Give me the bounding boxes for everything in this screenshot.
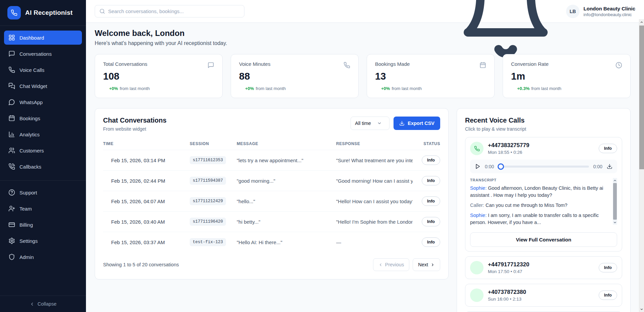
column-header-message: MESSAGE: [237, 141, 333, 146]
audio-seek-slider[interactable]: [498, 166, 589, 168]
stat-label: Voice Minutes: [239, 61, 350, 67]
sidebar-item-dashboard[interactable]: Dashboard: [4, 31, 82, 45]
trending-up-icon: [239, 86, 244, 91]
call-meta: Sun 16:00 • 2:13: [488, 297, 526, 302]
help-circle-icon: [8, 189, 15, 196]
call-info-button[interactable]: Info: [599, 144, 617, 153]
row-session-badge: s17711594387: [190, 177, 226, 185]
sidebar-item-settings[interactable]: Settings: [4, 234, 82, 248]
row-message: "lets try a new appointment...": [237, 158, 333, 163]
transcript-scroll-thumb[interactable]: [613, 183, 617, 220]
sidebar-item-bookings[interactable]: Bookings: [4, 111, 82, 125]
scroll-down-icon[interactable]: [613, 220, 617, 225]
page-scroll-thumb[interactable]: [639, 26, 644, 169]
sidebar-item-team[interactable]: Team: [4, 202, 82, 216]
voice-call-card[interactable]: +447917712320 Mon 17:50 • 0:47 Info: [465, 256, 622, 279]
sidebar-item-label: Billing: [19, 222, 33, 228]
avatar[interactable]: LB: [566, 5, 580, 18]
phone-icon: [474, 293, 480, 298]
column-header-response: RESPONSE: [336, 141, 413, 146]
call-info-button[interactable]: Info: [599, 291, 617, 300]
column-header-time: TIME: [103, 141, 187, 146]
sidebar-item-label: Conversations: [19, 51, 52, 57]
phone-icon: [11, 9, 17, 16]
row-info-button[interactable]: Info: [422, 196, 440, 206]
trending-up-icon: [511, 86, 516, 91]
view-full-conversation-button[interactable]: View Full Conversation: [470, 232, 617, 247]
next-page-button[interactable]: Next: [413, 258, 440, 271]
chevron-down-icon[interactable]: [103, 219, 108, 224]
call-number: +447383275779: [488, 142, 529, 149]
phone-icon: [474, 265, 480, 271]
sidebar-item-callbacks[interactable]: Callbacks: [4, 160, 82, 174]
chevron-down-icon[interactable]: [103, 158, 108, 163]
chevron-down-icon[interactable]: [103, 178, 108, 183]
phone-icon: [474, 146, 480, 151]
sidebar-item-support[interactable]: Support: [4, 185, 82, 199]
sidebar-item-billing[interactable]: Billing: [4, 218, 82, 232]
row-info-button[interactable]: Info: [422, 176, 440, 185]
message-square-icon: [208, 62, 214, 69]
transcript-scrollbar[interactable]: [613, 178, 617, 225]
calendar-icon: [479, 62, 486, 69]
stat-trend: +0% from last month: [103, 86, 214, 91]
table-row[interactable]: Feb 15, 2026, 03:37 AM test-fix-123 "Hel…: [103, 232, 440, 252]
row-message: "good morning...": [237, 178, 333, 184]
chevron-down-icon[interactable]: [103, 199, 108, 204]
table-row[interactable]: Feb 15, 2026, 03:14 PM s17711612353 "let…: [103, 150, 440, 170]
chevron-down-icon[interactable]: [103, 240, 108, 244]
download-audio-icon[interactable]: [607, 164, 612, 169]
messages-icon: [8, 83, 15, 89]
sidebar-item-whatsapp[interactable]: WhatsApp: [4, 95, 82, 109]
sidebar-item-chat-widget[interactable]: Chat Widget: [4, 79, 82, 93]
scroll-down-icon[interactable]: [639, 306, 644, 312]
play-icon[interactable]: [475, 164, 480, 169]
row-info-button[interactable]: Info: [422, 155, 440, 165]
call-meta: Mon 17:50 • 0:47: [488, 269, 529, 274]
export-csv-button[interactable]: Export CSV: [394, 117, 440, 130]
call-avatar: [470, 142, 484, 155]
voice-call-card[interactable]: +40737872380 Sun 16:00 • 2:13 Info: [465, 284, 622, 307]
table-row[interactable]: Feb 15, 2026, 03:40 AM s17711196420 "hi …: [103, 211, 440, 232]
call-avatar: [470, 288, 484, 302]
page-scrollbar[interactable]: [639, 19, 644, 312]
sidebar-item-analytics[interactable]: Analytics: [4, 127, 82, 141]
row-info-button[interactable]: Info: [422, 217, 440, 226]
voice-call-card-expanded[interactable]: +447383275779 Mon 18:55 • 0:26 Info 0:00…: [465, 137, 622, 252]
search-box[interactable]: [95, 5, 244, 17]
calendar-icon: [8, 115, 15, 122]
sidebar-item-conversations[interactable]: Conversations: [4, 47, 82, 61]
transcript-speaker: Caller:: [470, 203, 484, 208]
download-icon: [399, 121, 405, 126]
scroll-up-icon[interactable]: [613, 178, 617, 183]
shield-icon: [8, 254, 15, 260]
sidebar-item-label: Analytics: [19, 132, 40, 137]
table-row[interactable]: Feb 15, 2026, 04:07 AM s17711212429 "hel…: [103, 191, 440, 211]
message-circle-icon: [8, 99, 15, 105]
sidebar-item-label: Dashboard: [19, 35, 44, 41]
sidebar-item-label: WhatsApp: [19, 99, 43, 105]
audio-player: 0:00 0:00: [470, 160, 617, 173]
row-response: "Sure! What treatment are you interest..…: [336, 158, 413, 163]
scroll-up-icon[interactable]: [639, 19, 644, 25]
row-time: Feb 15, 2026, 03:14 PM: [111, 158, 165, 163]
slider-knob[interactable]: [498, 163, 504, 170]
phone-icon: [8, 66, 15, 73]
bar-chart-icon: [8, 131, 15, 138]
previous-page-button[interactable]: Previous: [373, 258, 409, 271]
sidebar-item-customers[interactable]: Customers: [4, 143, 82, 158]
search-input[interactable]: [108, 8, 240, 14]
row-response: "Hello! I'm Sophie from the London Be...: [336, 219, 413, 225]
sidebar-item-voice-calls[interactable]: Voice Calls: [4, 63, 82, 77]
sidebar-item-label: Customers: [19, 148, 44, 153]
main-area: LB London Beauty Clinic info@londonbeaut…: [86, 0, 644, 312]
sidebar-item-admin[interactable]: Admin: [4, 250, 82, 264]
call-info-button[interactable]: Info: [599, 263, 617, 272]
sidebar-item-label: Settings: [19, 238, 38, 244]
time-filter-select[interactable]: All time: [351, 117, 389, 130]
table-row[interactable]: Feb 15, 2026, 02:44 PM s17711594387 "goo…: [103, 170, 440, 191]
sidebar-item-label: Support: [19, 190, 37, 195]
sidebar-collapse-button[interactable]: Collapse: [0, 296, 86, 312]
row-info-button[interactable]: Info: [422, 237, 440, 247]
row-session-badge: test-fix-123: [190, 238, 226, 246]
